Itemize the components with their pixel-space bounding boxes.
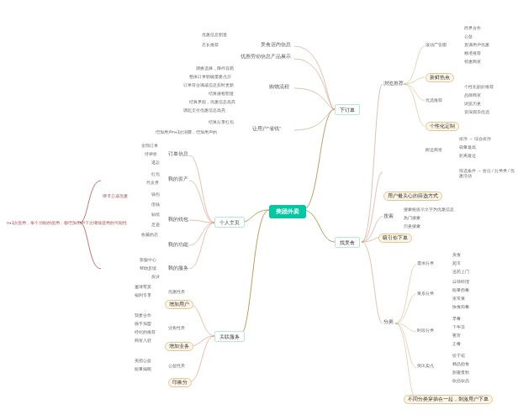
leaf: 退款	[151, 160, 160, 165]
node-wallet: 我的钱包	[168, 217, 188, 223]
node-search: 搜索	[383, 213, 394, 219]
node-food-info: 美食店内信息	[261, 42, 291, 48]
leaf: 品牌商家	[464, 92, 481, 97]
leaf-ad: 滚动广告图	[426, 42, 447, 47]
node-browse-rec: 浏览推荐	[383, 81, 404, 87]
leaf: 帮助反馈	[140, 265, 156, 270]
leaf: 资深观后优选	[464, 109, 489, 114]
leaf: 超市	[452, 260, 461, 265]
leaf: 搜索框提示文字为优惠信息	[404, 207, 454, 212]
root-node[interactable]: 美团外卖	[269, 205, 306, 218]
leaf-premium: 优选推荐	[426, 97, 442, 102]
node-shopping-flow: 购物流程	[269, 84, 289, 90]
leaf-fresh-hot: 新鲜热点	[426, 73, 454, 82]
leaf: 精准推荐	[464, 50, 481, 55]
leaf: 优惠信息明显	[202, 32, 227, 37]
leaf-highlight: 突出卖点	[417, 363, 434, 368]
leaf: 全部订单	[141, 143, 158, 148]
branch-find-food[interactable]: 找美食	[335, 237, 360, 248]
leaf: 特惠商家	[464, 59, 481, 64]
leaf: 快食简餐	[452, 304, 469, 309]
node-attract-order: 吸引你下单	[378, 234, 412, 243]
leaf: 投诉	[151, 274, 160, 279]
branch-profile[interactable]: 个人主页	[214, 217, 245, 228]
leaf: 美团公益	[135, 358, 151, 363]
leaf: 历史搜索	[404, 223, 420, 228]
leaf-nearby: 附近商家	[426, 147, 442, 152]
node-promo-display: 优惠劳动信息产品展示	[240, 54, 291, 60]
leaf-need: 需求分类	[417, 260, 434, 265]
leaf: 饺子馆	[452, 353, 465, 358]
leaf: 饮品饮品	[452, 378, 469, 383]
leaf: 个性化剧好推荐	[464, 84, 494, 89]
leaf: 美食	[452, 252, 461, 257]
leaf: 经纪的推荐	[135, 329, 156, 334]
leaf: 贴纸	[151, 212, 160, 217]
leaf: 送药上门	[452, 269, 469, 274]
leaf: 浏览历史	[464, 101, 481, 106]
node-order-info: 订单信息	[168, 151, 188, 157]
leaf-sub: 优惠性质	[168, 289, 185, 294]
node-add-user: 增加用户	[165, 300, 193, 309]
leaf: 下午茶	[452, 324, 465, 329]
leaf: 店长推荐	[202, 42, 219, 47]
leaf: 直满用户优惠	[464, 42, 489, 47]
leaf: 钱包	[151, 192, 160, 197]
branch-related[interactable]: 关联服务	[214, 331, 245, 342]
leaf: 精品面食	[452, 361, 469, 366]
leaf: 收藏的店	[141, 232, 158, 237]
leaf: 能量揭晓	[135, 366, 151, 371]
node-filter: 用户最关心的筛选方式	[383, 192, 442, 201]
leaf: 待评价	[145, 151, 157, 156]
leaf: 甜蜜蛋糕	[452, 370, 469, 375]
leaf-time: 时段分类	[417, 328, 434, 333]
leaf: 代金券	[146, 180, 159, 185]
leaf-sub: 公益性质	[168, 363, 185, 368]
leaf: 距离最近	[459, 153, 476, 158]
leaf: 整体订单明确需要点开	[189, 74, 231, 79]
leaf-mix-category: 不同分类穿插在一起，刺激用户下单	[404, 395, 493, 404]
leaf: 邀请有奖	[135, 284, 151, 289]
leaf-card-note: 绑卡立减优惠	[103, 193, 128, 198]
leaf: 结算分享红包	[209, 119, 234, 124]
leaf: 早餐	[452, 316, 461, 321]
branch-order[interactable]: 下订单	[335, 104, 360, 115]
leaf: 增加用户n+1次消费，增加用户的	[156, 129, 217, 134]
leaf: 热门搜索	[404, 215, 420, 220]
leaf: 借钱	[151, 202, 160, 207]
leaf: 销量最高	[459, 144, 476, 150]
leaf: 结算界面，优惠信息高亮	[189, 99, 235, 104]
leaf: 客服中心	[140, 257, 156, 262]
leaf: 排序 → 综合排序	[459, 136, 491, 141]
leaf: 家常菜	[452, 296, 465, 301]
node-impression: 印象分	[168, 378, 192, 387]
node-assets: 我的资产	[168, 176, 188, 182]
leaf: 调起支付优惠信息高亮	[183, 108, 225, 113]
leaf: 正餐	[452, 341, 461, 346]
leaf: 日韩料理	[452, 279, 469, 284]
leaf: 福利专享	[135, 292, 151, 297]
leaf-sub: 业务性质	[168, 325, 185, 330]
leaf: 商家入驻	[135, 338, 151, 343]
leaf: 订单符合满减信息实时更新	[183, 82, 234, 87]
node-features: 我的功能	[168, 242, 188, 248]
leaf: 结算搜检明显	[209, 91, 234, 96]
leaf-personalize: 个性化定制	[426, 122, 459, 131]
leaf: 骑手加盟	[135, 321, 151, 326]
leaf: 调换选择，降件容易	[196, 66, 234, 71]
leaf: 夜宵	[452, 333, 461, 338]
node-category: 分类	[383, 319, 394, 325]
leaf: 红包	[151, 171, 160, 176]
leaf: 我要合作	[135, 312, 151, 318]
leaf: 筛选条件 → 价位 / 分类类 / 优惠活动	[459, 168, 518, 178]
leaf: 能量西餐	[452, 287, 469, 292]
note-nplus1: n+1次使用，每个功能的使用，都增加用户下次继续使用的可能性	[7, 220, 127, 225]
leaf: 公益	[464, 34, 473, 39]
leaf-cuisine: 菜系分类	[417, 291, 434, 296]
node-services: 我的服务	[168, 265, 188, 271]
leaf: 跨界合作	[464, 25, 481, 30]
leaf: 足迹	[151, 222, 160, 227]
node-save-money: 让用户"省钱"	[252, 126, 281, 132]
node-add-biz: 增加业务	[165, 342, 193, 351]
